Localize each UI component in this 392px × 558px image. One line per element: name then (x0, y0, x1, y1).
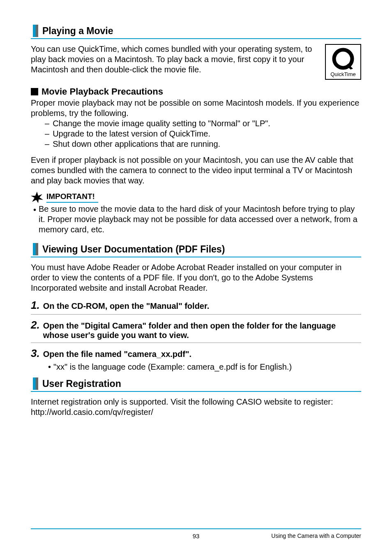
page-number: 93 (193, 533, 200, 539)
square-bullet-icon (31, 88, 38, 95)
section-marker-gray (36, 243, 38, 255)
chapter-name: Using the Camera with a Computer (271, 533, 361, 539)
list-item: –Shut down other applications that are r… (45, 139, 361, 149)
page-footer: 93 Using the Camera with a Computer (31, 528, 361, 539)
list-item: –Upgrade to the latest version of QuickT… (45, 129, 361, 139)
list-item-text: Upgrade to the latest version of QuickTi… (53, 129, 210, 139)
important-row: IMPORTANT! (31, 192, 361, 203)
step-text: On the CD-ROM, open the "Manual" folder. (43, 301, 210, 311)
step-1: 1. On the CD-ROM, open the "Manual" fold… (31, 299, 361, 312)
precautions-text2: Even if proper playback is not possible … (31, 155, 361, 186)
step-text: Open the file named "camera_xx.pdf". (43, 350, 191, 359)
subheader: Movie Playback Precautions (31, 86, 361, 97)
step-divider (31, 314, 361, 315)
step-3: 3. Open the file named "camera_xx.pdf". (31, 347, 361, 360)
section-marker-gray (36, 25, 38, 37)
precautions-list: –Change the movie image quality setting … (45, 118, 361, 149)
step-number: 2. (31, 319, 40, 331)
bullet-dot-icon: • (48, 362, 51, 372)
important-star-icon (31, 192, 43, 203)
list-item-text: Change the movie image quality setting t… (53, 118, 270, 129)
section2-intro: You must have Adobe Reader or Adobe Acro… (31, 262, 361, 293)
step-2: 2. Open the "Digital Camera" folder and … (31, 319, 361, 340)
section-header: Playing a Movie (31, 25, 361, 37)
quicktime-icon (332, 47, 355, 70)
step-text: Open the "Digital Camera" folder and the… (43, 321, 361, 340)
important-bullet: • Be sure to move the movie data to the … (33, 204, 361, 235)
step-number: 3. (31, 347, 40, 360)
section-marker-gray (36, 377, 38, 390)
step-divider (31, 343, 361, 343)
bullet-dot-icon: • (33, 205, 36, 235)
step-number: 1. (31, 299, 40, 312)
svg-marker-1 (31, 192, 43, 203)
step-3-sub-text: "xx" is the language code (Example: came… (53, 362, 292, 372)
section-header: User Registration (31, 377, 361, 390)
svg-point-0 (334, 50, 352, 68)
list-item: –Change the movie image quality setting … (45, 118, 361, 129)
section-title: Viewing User Documentation (PDF Files) (42, 244, 225, 255)
section-underline (31, 391, 361, 392)
list-item-text: Shut down other applications that are ru… (53, 139, 220, 149)
subheader-text: Movie Playback Precautions (42, 86, 163, 97)
section-underline (31, 257, 361, 257)
precautions-intro: Proper movie playback may not be possibl… (31, 98, 361, 118)
section-title: User Registration (42, 378, 121, 389)
intro-text: You can use QuickTime, which comes bundl… (31, 44, 318, 75)
section-header: Viewing User Documentation (PDF Files) (31, 243, 361, 255)
footer-line (31, 528, 361, 529)
section-title: Playing a Movie (42, 25, 113, 37)
intro-block: You can use QuickTime, which comes bundl… (31, 44, 361, 80)
quicktime-icon-box: QuickTime (325, 44, 361, 80)
section3-text: Internet registration only is supported.… (31, 397, 361, 417)
important-label: IMPORTANT! (46, 192, 98, 203)
section-underline (31, 38, 361, 39)
quicktime-label: QuickTime (327, 71, 359, 77)
important-text: Be sure to move the movie data to the ha… (39, 204, 361, 235)
step-3-sub: • "xx" is the language code (Example: ca… (48, 362, 361, 372)
